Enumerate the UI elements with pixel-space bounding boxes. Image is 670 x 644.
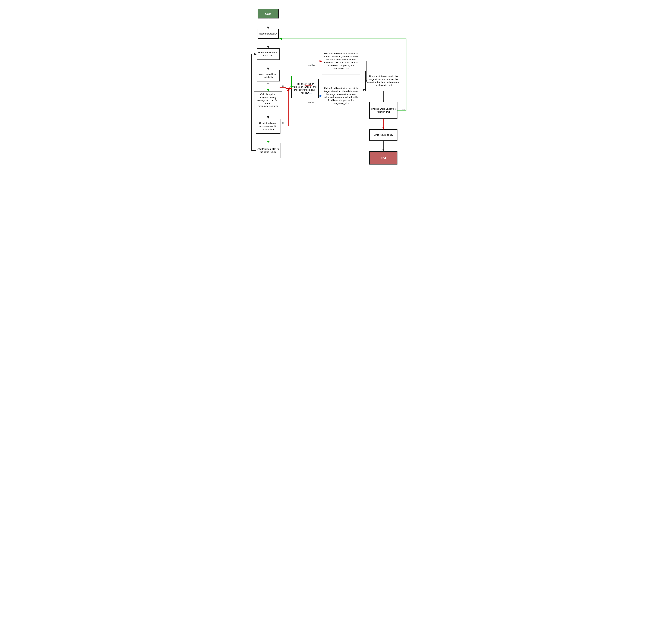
read-dataset-node: Read dataset.xlsx bbox=[258, 29, 279, 39]
pick-food-low-node: Pick a food item that impacts this targe… bbox=[322, 83, 360, 109]
assess-node: Assess nutritional suitability bbox=[257, 70, 280, 81]
too-low-label: too low bbox=[308, 101, 314, 103]
too-high-label: too high bbox=[308, 64, 315, 66]
yes-add-label: yes bbox=[267, 140, 270, 142]
start-node: Start bbox=[258, 9, 279, 18]
pick-option-node: Pick one of the options in the range at … bbox=[365, 71, 401, 91]
check-iteration-node: Check if we're under the iteration limit bbox=[369, 102, 398, 119]
no-assess-label: no bbox=[282, 85, 284, 87]
check-food-group-node: Check food group serve sizes within cons… bbox=[256, 119, 280, 134]
calculate-price-node: Calculate price, weighted variety averag… bbox=[254, 92, 282, 109]
end-node: End bbox=[369, 151, 398, 164]
yes-iter-label: yes bbox=[402, 109, 405, 111]
no-check-food-label: no bbox=[282, 122, 284, 124]
write-results-node: Write results to csv bbox=[369, 129, 398, 141]
no-iter-label: no bbox=[380, 119, 382, 121]
generate-meal-node: Generate a random meal plan bbox=[257, 49, 280, 60]
pick-off-target-node: Pick one of the off targets at random, a… bbox=[291, 79, 319, 98]
yes-assess-label: yes bbox=[267, 82, 270, 84]
pick-food-high-node: Pick a food item that impacts this targe… bbox=[322, 48, 360, 75]
flowchart-container: Start Read dataset.xlsx Generate a rando… bbox=[247, 3, 423, 172]
add-meal-node: Add this meal plan to the list of result… bbox=[256, 143, 280, 158]
